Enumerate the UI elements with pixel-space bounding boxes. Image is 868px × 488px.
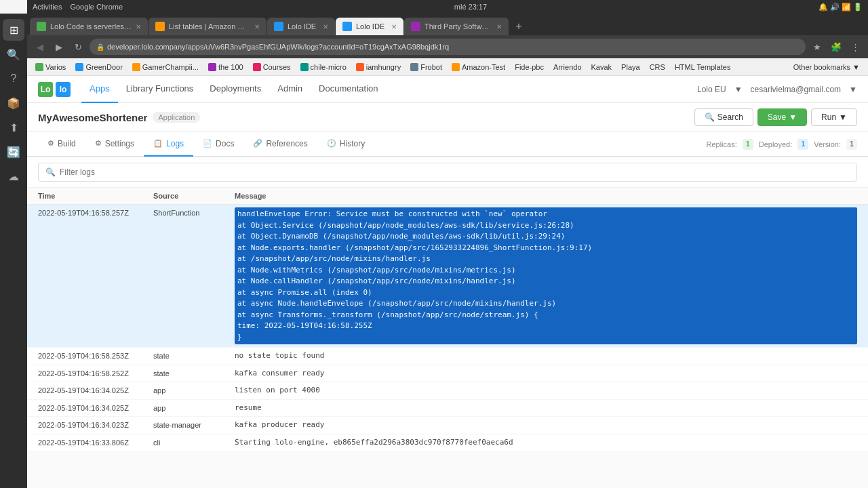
table-row[interactable]: 2022-05-19T04:16:58.257ZShortFunctionhan… [27,205,868,348]
bookmark-amazontest[interactable]: Amazon-Test [449,62,508,73]
bookmark-fidepbc[interactable]: Fide-pbc [512,62,547,73]
save-dropdown-icon: ▼ [789,113,797,122]
sidebar-icon-box[interactable]: 📦 [3,92,24,114]
tab-settings[interactable]: ⚙ Settings [85,132,144,157]
bookmark-iamhungry[interactable]: iamhungry [353,62,403,73]
table-row[interactable]: 2022-05-19T04:16:34.025Zapplisten on por… [27,382,868,400]
deployed-badge: 1 [797,139,808,150]
sidebar-icon-grid[interactable]: ⊞ [3,19,24,41]
tab-1-close[interactable]: ✕ [136,23,141,30]
bookmark-the100[interactable]: the 100 [205,62,246,73]
bookmark-crs-label: CRS [650,63,665,71]
table-row[interactable]: 2022-05-19T04:16:34.025Zappresume [27,399,868,417]
nav-link-library[interactable]: Library Functions [118,76,202,103]
bookmark-varios[interactable]: Varios [33,62,68,73]
bookmark-courses[interactable]: Courses [250,62,294,73]
table-row[interactable]: 2022-05-19T04:16:34.023Zstate-managerkaf… [27,417,868,434]
tab-logs[interactable]: 📋 Logs [144,132,193,157]
tab-5[interactable]: Third Party Software ✕ [404,18,509,35]
bookmark-frobot[interactable]: Frobot [408,62,445,73]
activities-label[interactable]: Activities [33,3,62,11]
content-header: MyAwesomeShortener Application 🔍 Search … [27,103,868,132]
sidebar-icon-upload[interactable]: ⬆ [3,117,24,138]
bookmark-otherbookmarks-chevron: ▼ [852,63,860,71]
user-chevron-icon: ▼ [849,85,857,94]
new-tab-button[interactable]: + [509,18,528,35]
tab-docs[interactable]: 📄 Docs [193,132,243,157]
bookmark-greendoor[interactable]: GreenDoor [73,62,125,73]
nav-link-admin[interactable]: Admin [269,76,311,103]
bookmark-the100-label: the 100 [218,63,243,71]
bookmark-otherbookmarks[interactable]: Other bookmarks ▼ [791,62,863,73]
table-row[interactable]: 2022-05-19T04:16:33.806ZcliStarting lolo… [27,434,868,451]
log-source-cell: ShortFunction [142,205,224,348]
tab-5-close[interactable]: ✕ [496,23,502,30]
tab-2-label: List tables | Amazon Dyn... [169,22,250,30]
bookmark-gamerchampii[interactable]: GamerChampii... [130,62,201,73]
tab-1[interactable]: Lolo Code is serverless, ... ✕ [30,18,148,35]
bookmark-htmltemplates[interactable]: HTML Templates [672,62,734,73]
table-row[interactable]: 2022-05-19T04:16:58.253Zstateno state to… [27,348,868,365]
log-time-cell: 2022-05-19T04:16:58.257Z [27,205,142,348]
bookmark-chilemicro[interactable]: chile-micro [298,62,349,73]
reload-button[interactable]: ↻ [71,39,85,54]
tab-bar: Lolo Code is serverless, ... ✕ List tabl… [27,14,868,35]
menu-button[interactable]: ⋮ [848,39,863,54]
os-bar: Activities Google Chrome mlé 23:17 🔔 🔊 📶… [27,0,868,14]
tab-build[interactable]: ⚙ Build [38,132,85,157]
bookmark-kavak-label: Kavak [591,63,612,71]
tab-4-close[interactable]: ✕ [391,23,397,30]
tab-3-close[interactable]: ✕ [323,23,328,30]
app-title: MyAwesomeShortener [38,112,147,123]
forward-button[interactable]: ▶ [52,39,66,54]
header-actions: 🔍 Search Save ▼ Run ▼ [694,108,857,126]
log-source-cell: cli [142,434,224,451]
bookmark-chilemicro-label: chile-micro [311,63,347,71]
filter-input-container[interactable]: 🔍 [38,163,857,182]
nav-link-apps[interactable]: Apps [81,76,118,103]
sidebar-icon-help[interactable]: ? [3,68,24,89]
tab-references[interactable]: 🔗 References [243,132,317,157]
replicas-badge: 1 [743,139,753,150]
bookmark-crs[interactable]: CRS [647,62,668,73]
table-row[interactable]: 2022-05-19T04:16:58.252Zstatekafka consu… [27,365,868,382]
region-label[interactable]: Lolo EU [697,85,726,94]
bookmark-button[interactable]: ★ [810,39,825,54]
tab-4-label: Lolo IDE [356,22,384,30]
filter-input[interactable] [60,167,850,177]
version-badge: 1 [846,139,857,150]
nav-link-deployments[interactable]: Deployments [201,76,269,103]
col-message: Message [224,188,868,205]
nav-link-docs[interactable]: Documentation [311,76,386,103]
log-line: at Object.DynamoDB (/snapshot/app/node_m… [237,231,854,243]
bookmark-htmltemplates-label: HTML Templates [675,63,731,71]
log-line: } [237,332,854,344]
sidebar-icon-search[interactable]: 🔍 [3,43,24,65]
extensions-button[interactable]: 🧩 [829,39,844,54]
search-button[interactable]: 🔍 Search [694,108,753,126]
tab-3[interactable]: Lolo IDE ✕ [267,18,335,35]
user-email[interactable]: cesarivielma@gmail.com [751,85,842,94]
log-source-cell: app [142,382,224,400]
tab-3-label: Lolo IDE [288,22,316,30]
bookmark-kavak[interactable]: Kavak [589,62,615,73]
back-button[interactable]: ◀ [33,39,47,54]
sidebar-icon-cloud[interactable]: ☁ [3,165,24,187]
app-type-badge: Application [153,112,200,123]
tab-2[interactable]: List tables | Amazon Dyn... ✕ [149,18,267,35]
save-button[interactable]: Save ▼ [757,108,807,126]
app-name-label: Google Chrome [70,3,123,11]
address-bar[interactable]: 🔒 developer.lolo.company/apps/uVw6R3nvPg… [90,39,806,55]
sidebar: ⊞ 🔍 ? 📦 ⬆ 🔄 ☁ [0,14,27,488]
log-message-cell: Starting lolo-engine, eb865effa2d296a380… [224,434,868,451]
bookmark-arriendo[interactable]: Arriendo [551,62,585,73]
tab-history[interactable]: 🕐 History [317,132,374,157]
tab-2-close[interactable]: ✕ [254,23,260,30]
sidebar-icon-refresh[interactable]: 🔄 [3,141,24,163]
address-text: developer.lolo.company/apps/uVw6R3nvPgas… [107,43,449,51]
os-time: mlé 23:17 [454,3,487,11]
run-button[interactable]: Run ▼ [811,108,857,126]
tab-4[interactable]: Lolo IDE ✕ [336,18,403,35]
bookmark-playa[interactable]: Playa [618,62,643,73]
col-source: Source [142,188,224,205]
